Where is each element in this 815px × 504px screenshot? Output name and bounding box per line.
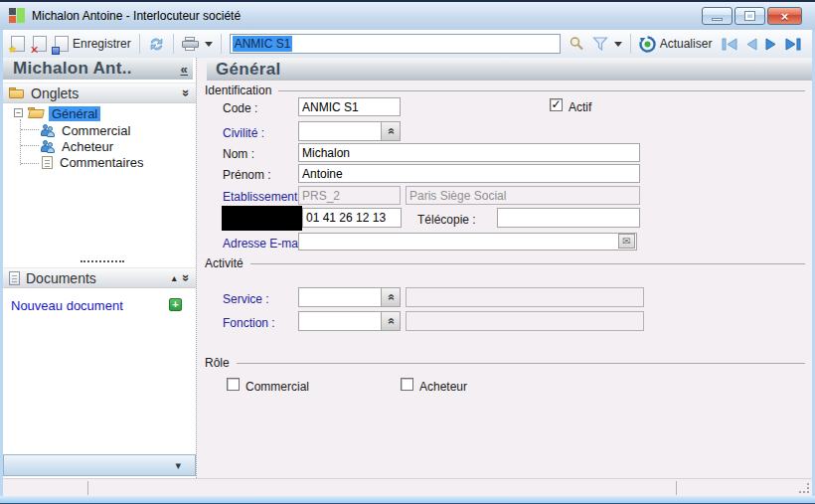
title-bar[interactable]: Michalon Antoine - Interlocuteur société… (0, 2, 815, 30)
page-title: Général (216, 60, 280, 80)
chevron-down-icon: » (386, 294, 396, 301)
toolbar: ★ ✕ Enregistrer ANMIC S1 (3, 30, 812, 58)
service-dropdown-button[interactable]: » (381, 288, 400, 306)
actualiser-icon (639, 36, 656, 53)
actif-checkbox[interactable] (550, 98, 563, 111)
tree-item-commentaires[interactable]: Commentaires (3, 154, 196, 170)
etablissement-code-field (298, 186, 401, 205)
collapse-panel-icon[interactable]: » (179, 89, 194, 96)
refresh-icon (148, 37, 165, 52)
acheteur-checkbox[interactable] (401, 378, 413, 391)
telephone-input[interactable] (302, 208, 402, 228)
new-button[interactable]: ★ (7, 34, 29, 54)
delete-button[interactable]: ✕ (29, 34, 51, 54)
toolbar-separator (173, 34, 174, 54)
record-search-input[interactable]: ANMIC S1 (230, 34, 561, 54)
onglets-panel-header[interactable]: Onglets » (3, 83, 196, 103)
nom-input[interactable] (298, 143, 640, 162)
scroll-up-icon[interactable]: ▴ (172, 272, 177, 283)
minimize-icon (712, 18, 723, 21)
print-button[interactable] (178, 35, 217, 53)
people-icon (41, 124, 56, 137)
print-dropdown-icon[interactable] (205, 42, 213, 47)
resize-grip[interactable] (799, 483, 809, 493)
service-combobox[interactable]: » (298, 287, 401, 307)
tree-item-acheteur[interactable]: Acheteur (3, 138, 196, 154)
toolbar-separator (221, 34, 222, 54)
close-button[interactable]: × (767, 7, 802, 25)
civilite-label: Civilité : (223, 126, 264, 140)
documents-label: Documents (26, 270, 96, 286)
etablissement-label: Etablissement : (223, 190, 304, 204)
window-body: Michalon Ant.. « Onglets » − Gén (3, 58, 812, 478)
toolbar-separator (630, 34, 631, 54)
actualiser-button[interactable]: Actualiser (635, 34, 717, 55)
fonction-combobox[interactable]: » (298, 311, 401, 331)
refresh-button[interactable] (144, 35, 169, 54)
toolbar-separator (139, 34, 140, 54)
documents-panel-header[interactable]: Documents ▴ » (3, 267, 196, 288)
last-record-button[interactable] (784, 38, 801, 51)
commercial-checkbox[interactable] (227, 378, 240, 391)
sidebar-title: Michalon Ant.. (13, 59, 132, 79)
next-record-button[interactable] (764, 38, 778, 51)
fonction-detail-field (406, 311, 644, 331)
filter-dropdown-icon[interactable] (614, 42, 622, 47)
add-document-button[interactable]: + (169, 298, 182, 311)
actualiser-label: Actualiser (660, 37, 713, 51)
save-label: Enregistrer (73, 37, 131, 51)
previous-record-button[interactable] (744, 38, 758, 51)
tree-item-label: Commentaires (60, 155, 144, 170)
email-label: Adresse E-mail : (223, 237, 310, 251)
fonction-dropdown-button[interactable]: » (381, 312, 400, 330)
app-icon (9, 8, 25, 24)
collapse-panel-icon[interactable]: » (179, 274, 194, 281)
minimize-button[interactable] (702, 7, 733, 25)
code-input[interactable] (298, 97, 401, 116)
window-controls: × (700, 7, 802, 25)
delete-record-icon: ✕ (33, 36, 47, 52)
tree-item-general[interactable]: Général (3, 105, 196, 121)
maximize-icon (745, 12, 754, 20)
tree-item-commercial[interactable]: Commercial (3, 122, 196, 138)
service-value (299, 288, 381, 306)
filter-button[interactable] (588, 35, 626, 53)
civilite-dropdown-button[interactable]: » (381, 122, 400, 140)
status-divider (87, 481, 88, 495)
search-button[interactable] (565, 34, 588, 54)
sidebar-footer-bar[interactable]: ▾ (3, 454, 196, 476)
telephone-label-redacted (222, 206, 302, 231)
actif-label: Actif (569, 100, 591, 114)
acheteur-label: Acheteur (419, 380, 467, 394)
panel-splitter-handle[interactable] (81, 260, 124, 262)
send-email-button[interactable]: ✉ (618, 234, 635, 249)
activite-label: Activité (205, 256, 244, 270)
plus-icon: + (172, 299, 178, 310)
telecopie-input[interactable] (497, 208, 640, 228)
filter-icon (592, 37, 608, 51)
people-icon (41, 140, 56, 153)
civilite-combobox[interactable]: » (298, 121, 401, 141)
note-icon (42, 156, 53, 169)
onglets-label: Onglets (31, 85, 79, 101)
tree-item-label: Commercial (62, 123, 130, 138)
tree-item-label: Général (49, 106, 100, 121)
close-icon: × (781, 9, 789, 24)
nom-label: Nom : (223, 147, 254, 161)
folder-icon (9, 87, 25, 99)
etablissement-name-field (406, 186, 640, 205)
first-record-button[interactable] (722, 38, 738, 51)
expand-down-icon: ▾ (175, 459, 181, 472)
fonction-value (299, 312, 381, 330)
prenom-input[interactable] (298, 164, 640, 183)
new-document-link[interactable]: Nouveau document (11, 298, 123, 313)
document-icon (9, 271, 20, 285)
maximize-button[interactable] (734, 7, 765, 25)
email-input[interactable] (298, 233, 637, 251)
save-button[interactable]: Enregistrer (51, 34, 135, 54)
search-selected-text: ANMIC S1 (233, 36, 293, 52)
identification-group: Identification (205, 84, 807, 97)
app-window: Michalon Antoine - Interlocuteur société… (0, 0, 815, 504)
identification-label: Identification (205, 84, 271, 97)
collapse-sidebar-icon[interactable]: « (180, 62, 188, 77)
